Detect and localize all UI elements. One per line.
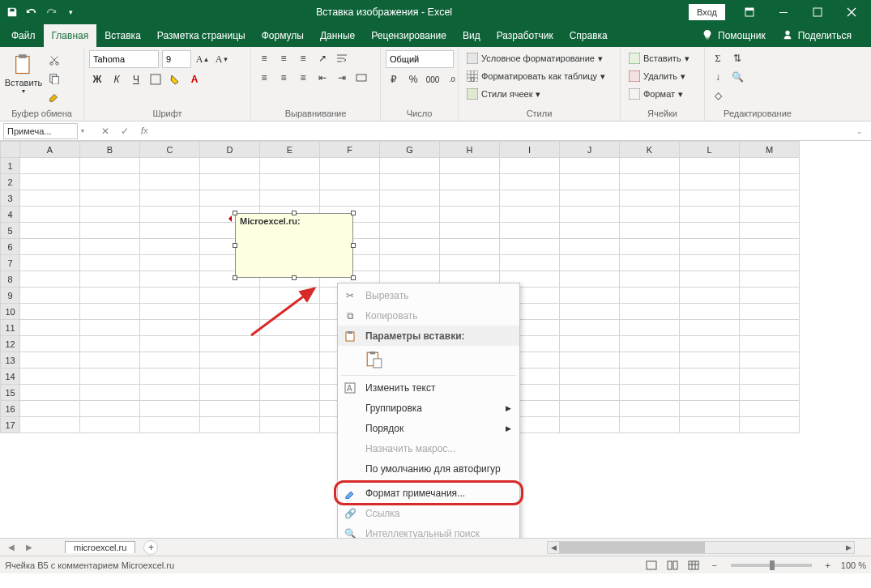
ctx-edit-text[interactable]: AИзменить текст [338, 377, 519, 398]
redo-icon[interactable] [42, 3, 60, 21]
zoom-slider[interactable] [731, 564, 812, 567]
align-center-icon[interactable]: ≡ [275, 70, 292, 86]
ctx-order[interactable]: Порядок▶ [338, 418, 519, 438]
resize-handle[interactable] [351, 211, 356, 215]
format-cells-button[interactable]: Формат ▾ [625, 86, 686, 102]
comment-box[interactable]: Microexcel.ru: [235, 213, 353, 278]
clear-icon[interactable]: ◇ [710, 87, 726, 104]
cancel-formula-icon[interactable]: ✕ [97, 123, 113, 139]
normal-view-icon[interactable] [643, 558, 660, 573]
tab-scroll-right-icon[interactable]: ▶ [21, 540, 37, 555]
resize-handle[interactable] [351, 275, 356, 280]
tab-view[interactable]: Вид [455, 24, 489, 47]
resize-handle[interactable] [351, 243, 356, 248]
tell-me-button[interactable]: Помощник [695, 29, 772, 43]
close-icon[interactable] [835, 0, 868, 24]
copy-icon[interactable] [45, 70, 63, 87]
bold-button[interactable]: Ж [89, 71, 105, 87]
orientation-icon[interactable]: ↗ [314, 50, 331, 66]
resize-handle[interactable] [292, 211, 297, 215]
enter-formula-icon[interactable]: ✓ [117, 123, 133, 139]
decrease-indent-icon[interactable]: ⇤ [314, 70, 331, 86]
comma-icon[interactable]: 000 [425, 71, 441, 87]
name-box-dropdown-icon[interactable]: ▾ [81, 127, 84, 134]
cut-icon[interactable] [45, 52, 63, 68]
font-name-input[interactable] [89, 50, 159, 68]
tab-file[interactable]: Файл [3, 24, 44, 47]
align-right-icon[interactable]: ≡ [295, 70, 311, 86]
wrap-text-icon[interactable] [334, 50, 350, 66]
maximize-icon[interactable] [801, 0, 834, 24]
resize-handle[interactable] [292, 275, 297, 280]
align-bottom-icon[interactable]: ≡ [295, 50, 311, 66]
tab-review[interactable]: Рецензирование [363, 24, 455, 47]
decrease-font-icon[interactable]: A▼ [214, 51, 230, 67]
undo-icon[interactable] [23, 3, 41, 21]
new-sheet-button[interactable]: + [143, 540, 158, 555]
minimize-icon[interactable] [767, 0, 800, 24]
format-as-table-button[interactable]: Форматировать как таблицу ▾ [463, 68, 608, 84]
underline-button[interactable]: Ч [128, 71, 144, 87]
increase-font-icon[interactable]: A▲ [194, 51, 211, 67]
align-left-icon[interactable]: ≡ [256, 70, 272, 86]
delete-cells-icon [629, 70, 640, 82]
number-format-select[interactable] [386, 50, 454, 68]
save-icon[interactable] [3, 3, 21, 21]
percent-icon[interactable]: % [405, 71, 421, 87]
fill-color-icon[interactable] [167, 71, 183, 87]
fill-icon[interactable]: ↓ [710, 69, 726, 85]
italic-button[interactable]: К [109, 71, 125, 87]
tab-page-layout[interactable]: Разметка страницы [149, 24, 254, 47]
conditional-formatting-button[interactable]: Условное форматирование ▾ [463, 50, 606, 66]
resize-handle[interactable] [233, 275, 237, 280]
tab-home[interactable]: Главная [44, 24, 97, 47]
page-break-view-icon[interactable] [685, 558, 702, 573]
tab-formulas[interactable]: Формулы [254, 24, 312, 47]
font-color-icon[interactable]: A [186, 71, 203, 87]
align-middle-icon[interactable]: ≡ [275, 50, 292, 66]
share-button[interactable]: Поделиться [775, 29, 858, 43]
zoom-out-icon[interactable]: − [707, 558, 723, 573]
find-select-icon[interactable]: 🔍 [729, 69, 745, 85]
fx-icon[interactable]: fx [136, 123, 152, 139]
resize-handle[interactable] [233, 243, 237, 248]
borders-icon[interactable] [147, 71, 164, 87]
align-top-icon[interactable]: ≡ [256, 50, 272, 66]
sheet-tab[interactable]: microexcel.ru [65, 541, 135, 553]
increase-indent-icon[interactable]: ⇥ [334, 70, 350, 86]
scroll-right-icon[interactable]: ▶ [843, 542, 854, 553]
scroll-left-icon[interactable]: ◀ [548, 542, 559, 553]
increase-decimal-icon[interactable]: .0 [444, 71, 460, 87]
expand-formula-bar-icon[interactable]: ⌄ [852, 123, 868, 139]
format-painter-icon[interactable] [45, 89, 63, 105]
currency-icon[interactable]: ₽ [386, 71, 402, 87]
tab-help[interactable]: Справка [561, 24, 616, 47]
ctx-grouping[interactable]: Группировка▶ [338, 398, 519, 418]
tab-developer[interactable]: Разработчик [489, 24, 561, 47]
zoom-level[interactable]: 100 % [841, 560, 866, 570]
worksheet-area[interactable]: ABCDEFGHIJKLM1234567891011121314151617 M… [0, 141, 871, 538]
login-button[interactable]: Вход [689, 4, 725, 20]
sort-filter-icon[interactable]: ⇅ [729, 50, 745, 66]
autosum-icon[interactable]: Σ [710, 50, 726, 66]
resize-handle[interactable] [233, 211, 237, 215]
ctx-set-default-shape[interactable]: По умолчанию для автофигур [338, 458, 519, 479]
zoom-in-icon[interactable]: + [820, 558, 836, 573]
ribbon-display-options-icon[interactable] [733, 0, 766, 24]
horizontal-scrollbar[interactable]: ◀ ▶ [547, 541, 855, 554]
tab-data[interactable]: Данные [312, 24, 363, 47]
name-box[interactable]: Примеча... [3, 123, 78, 139]
page-layout-view-icon[interactable] [664, 558, 681, 573]
paste-button[interactable]: Вставить▾ [5, 50, 42, 95]
qat-customize-icon[interactable]: ▾ [62, 3, 79, 21]
merge-icon[interactable] [353, 70, 369, 86]
formula-input[interactable] [156, 123, 848, 139]
ctx-format-comment[interactable]: Формат примечания... [338, 483, 519, 503]
tab-insert[interactable]: Вставка [96, 24, 149, 47]
font-size-input[interactable] [162, 50, 191, 68]
delete-cells-button[interactable]: Удалить ▾ [625, 68, 689, 84]
insert-cells-button[interactable]: Вставить ▾ [625, 50, 693, 66]
scrollbar-thumb[interactable] [559, 542, 705, 553]
tab-scroll-left-icon[interactable]: ◀ [3, 540, 19, 555]
cell-styles-button[interactable]: Стили ячеек ▾ [463, 86, 544, 102]
